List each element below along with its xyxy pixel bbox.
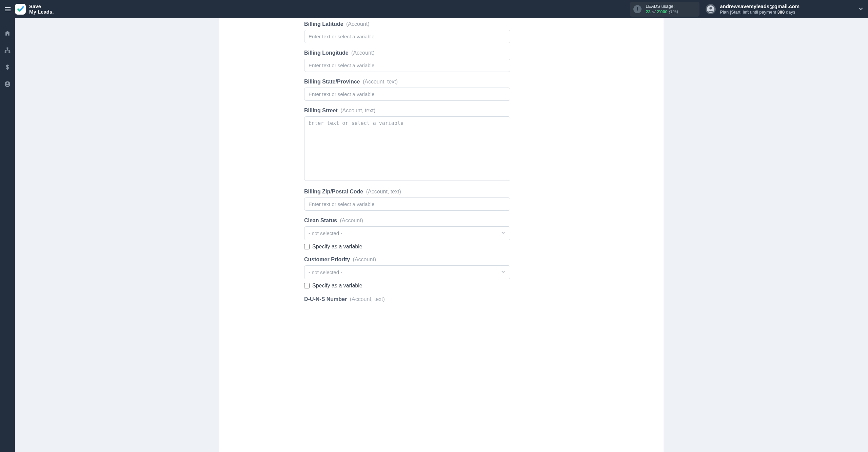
account-plan: Plan |Start| left until payment 388 days — [720, 10, 800, 15]
select-customer-priority[interactable]: - not selected - — [304, 265, 510, 279]
input-billing-state[interactable] — [304, 88, 510, 101]
hint-billing-street: (Account, text) — [340, 108, 375, 113]
check-icon — [17, 6, 24, 13]
label-billing-longitude: Billing Longitude — [304, 50, 349, 56]
input-billing-longitude[interactable] — [304, 59, 510, 72]
hint-billing-longitude: (Account) — [351, 50, 374, 56]
field-billing-state: Billing State/Province (Account, text) — [304, 79, 579, 101]
checkbox-clean-status-variable[interactable] — [304, 244, 310, 249]
plan-prefix: Plan |Start| left until payment — [720, 10, 777, 15]
field-billing-zip: Billing Zip/Postal Code (Account, text) — [304, 189, 579, 211]
account-menu-button[interactable] — [858, 6, 864, 13]
sidebar — [0, 18, 15, 452]
chevron-down-icon — [500, 230, 506, 237]
account-block: andrewsavemyleads@gmail.com Plan |Start|… — [706, 3, 864, 15]
brand-line1: Save — [29, 4, 54, 9]
usage-text: LEADS usage: 23 of 2'000 (1%) — [646, 4, 678, 15]
svg-point-4 — [710, 7, 712, 10]
page-scroll-area[interactable]: Billing Latitude (Account) Billing Longi… — [15, 18, 868, 452]
dollar-icon — [4, 64, 11, 70]
sidebar-item-billing[interactable] — [3, 62, 12, 72]
plan-suffix: days — [785, 10, 795, 15]
sidebar-item-home[interactable] — [3, 29, 12, 38]
form-card: Billing Latitude (Account) Billing Longi… — [219, 18, 664, 452]
field-billing-latitude: Billing Latitude (Account) — [304, 21, 579, 43]
chevron-down-icon — [500, 269, 506, 276]
checkbox-customer-priority-variable[interactable] — [304, 283, 310, 288]
user-icon — [707, 5, 714, 13]
usage-percent: (1%) — [669, 9, 678, 14]
hint-duns-number: (Account, text) — [350, 296, 385, 302]
field-billing-longitude: Billing Longitude (Account) — [304, 50, 579, 72]
usage-total: 2'000 — [657, 9, 668, 14]
hint-customer-priority: (Account) — [353, 257, 376, 262]
sitemap-icon — [4, 47, 11, 54]
hint-billing-latitude: (Account) — [346, 21, 369, 27]
textarea-billing-street[interactable] — [304, 116, 510, 181]
field-customer-priority: Customer Priority (Account) - not select… — [304, 257, 579, 289]
user-avatar[interactable] — [706, 4, 716, 14]
checkbox-label-customer-priority: Specify as a variable — [312, 283, 362, 289]
home-icon — [4, 30, 11, 37]
checkbox-row-customer-priority: Specify as a variable — [304, 283, 579, 289]
svg-rect-6 — [5, 51, 6, 53]
usage-used: 23 — [646, 9, 650, 14]
checkbox-label-clean-status: Specify as a variable — [312, 244, 362, 250]
user-circle-icon — [4, 81, 11, 88]
svg-point-9 — [6, 82, 8, 84]
usage-title: LEADS usage: — [646, 4, 678, 9]
label-billing-zip: Billing Zip/Postal Code — [304, 189, 363, 194]
label-billing-latitude: Billing Latitude — [304, 21, 343, 27]
label-clean-status: Clean Status — [304, 218, 337, 223]
chevron-down-icon — [858, 6, 864, 12]
usage-box[interactable]: i LEADS usage: 23 of 2'000 (1%) — [630, 2, 699, 17]
label-customer-priority: Customer Priority — [304, 257, 350, 262]
select-clean-status[interactable]: - not selected - — [304, 226, 510, 240]
brand-text: Save My Leads — [29, 4, 54, 15]
brand-line2: My Leads — [29, 9, 54, 15]
checkbox-row-clean-status: Specify as a variable — [304, 244, 579, 250]
plan-days: 388 — [777, 10, 785, 15]
label-duns-number: D-U-N-S Number — [304, 296, 347, 302]
hint-clean-status: (Account) — [340, 218, 363, 223]
info-icon: i — [633, 5, 642, 13]
select-customer-priority-value: - not selected - — [309, 269, 342, 275]
svg-rect-7 — [8, 51, 10, 53]
input-billing-latitude[interactable] — [304, 30, 510, 43]
field-duns-number: D-U-N-S Number (Account, text) — [304, 296, 579, 302]
brand-block[interactable]: Save My Leads — [15, 4, 54, 15]
label-billing-state: Billing State/Province — [304, 79, 360, 84]
hamburger-icon — [4, 6, 11, 13]
field-billing-street: Billing Street (Account, text) — [304, 108, 579, 182]
label-billing-street: Billing Street — [304, 108, 338, 113]
hint-billing-state: (Account, text) — [363, 79, 398, 84]
brand-logo — [15, 4, 26, 15]
menu-toggle-button[interactable] — [3, 5, 12, 14]
account-text: andrewsavemyleads@gmail.com Plan |Start|… — [720, 3, 800, 15]
topbar: Save My Leads i LEADS usage: 23 of 2'000… — [0, 0, 868, 18]
field-clean-status: Clean Status (Account) - not selected - … — [304, 218, 579, 250]
sidebar-item-connections[interactable] — [3, 45, 12, 55]
hint-billing-zip: (Account, text) — [366, 189, 401, 194]
account-email: andrewsavemyleads@gmail.com — [720, 3, 800, 10]
input-billing-zip[interactable] — [304, 197, 510, 211]
sidebar-item-account[interactable] — [3, 79, 12, 89]
select-clean-status-value: - not selected - — [309, 230, 342, 236]
svg-rect-5 — [7, 48, 8, 49]
usage-of: of — [652, 9, 655, 14]
